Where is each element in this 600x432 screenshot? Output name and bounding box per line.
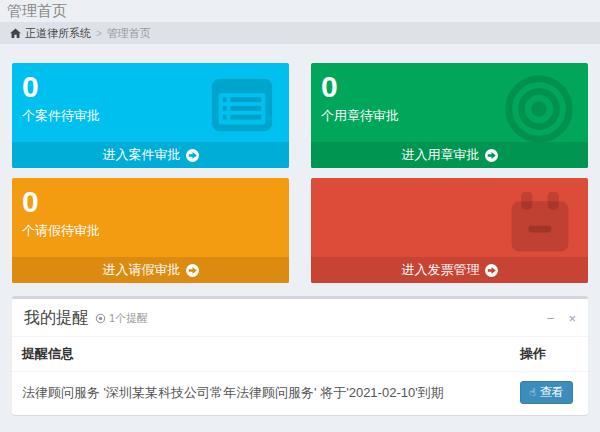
cases-approval-link-label: 进入案件审批	[103, 146, 181, 164]
hand-pointer-icon: ☝	[529, 387, 536, 398]
tile-seals-pending: 0 个用章待审批 进入用章审批	[311, 63, 588, 168]
arrow-right-circle-icon	[186, 264, 199, 277]
circle-dot-icon	[95, 313, 106, 324]
leave-approval-link-label: 进入请假审批	[103, 261, 181, 279]
breadcrumb-current: 管理首页	[107, 26, 151, 41]
seals-approval-link[interactable]: 进入用章审批	[311, 142, 588, 168]
page-title: 管理首页	[7, 2, 67, 21]
reminders-panel: 我的提醒 1个提醒 − × 提醒信息 操作	[12, 296, 588, 415]
seals-pending-label: 个用章待审批	[321, 107, 578, 125]
tile-leave-pending: 0 个请假待审批 进入请假审批	[12, 178, 289, 283]
cases-pending-count: 0	[22, 68, 279, 106]
panel-tools: − ×	[547, 312, 576, 325]
minus-icon: −	[547, 311, 555, 326]
invoice-management-link-label: 进入发票管理	[402, 261, 480, 279]
close-icon: ×	[568, 311, 576, 326]
tile-invoices: 进入发票管理	[311, 178, 588, 283]
invoice-management-link[interactable]: 进入发票管理	[311, 257, 588, 283]
breadcrumb-home-link[interactable]: 正道律所系统	[10, 26, 91, 41]
arrow-right-circle-icon	[485, 264, 498, 277]
column-header-message: 提醒信息	[12, 337, 510, 372]
tile-cases-pending: 0 个案件待审批 进入案件审批	[12, 63, 289, 168]
leave-pending-label: 个请假待审批	[22, 222, 279, 240]
leave-pending-count: 0	[22, 183, 279, 221]
reminder-message: 法律顾问服务 '深圳某某科技公司常年法律顾问服务' 将于'2021-02-10'…	[12, 372, 510, 414]
arrow-right-circle-icon	[186, 149, 199, 162]
cases-pending-label: 个案件待审批	[22, 107, 279, 125]
breadcrumb-home-label: 正道律所系统	[25, 26, 91, 41]
seals-pending-count: 0	[321, 68, 578, 106]
stat-tiles: 0 个案件待审批 进入案件审批	[12, 63, 588, 283]
seals-approval-link-label: 进入用章审批	[402, 146, 480, 164]
reminders-panel-title: 我的提醒	[24, 308, 88, 329]
view-button-label: 查看	[540, 384, 564, 401]
breadcrumb-separator: >	[96, 28, 102, 39]
reminders-panel-header: 我的提醒 1个提醒 − ×	[12, 299, 588, 336]
home-icon	[10, 28, 21, 39]
table-row: 法律顾问服务 '深圳某某科技公司常年法律顾问服务' 将于'2021-02-10'…	[12, 372, 588, 414]
reminders-table: 提醒信息 操作 法律顾问服务 '深圳某某科技公司常年法律顾问服务' 将于'202…	[12, 336, 588, 413]
breadcrumb: 正道律所系统 > 管理首页	[0, 22, 600, 44]
reminder-count: 1个提醒	[95, 311, 148, 326]
close-button[interactable]: ×	[568, 312, 576, 325]
column-header-action: 操作	[510, 337, 588, 372]
collapse-button[interactable]: −	[547, 312, 555, 325]
view-button[interactable]: ☝ 查看	[520, 381, 573, 404]
reminder-count-label: 1个提醒	[109, 311, 148, 326]
leave-approval-link[interactable]: 进入请假审批	[12, 257, 289, 283]
calendar-icon	[504, 187, 576, 263]
arrow-right-circle-icon	[485, 149, 498, 162]
cases-approval-link[interactable]: 进入案件审批	[12, 142, 289, 168]
